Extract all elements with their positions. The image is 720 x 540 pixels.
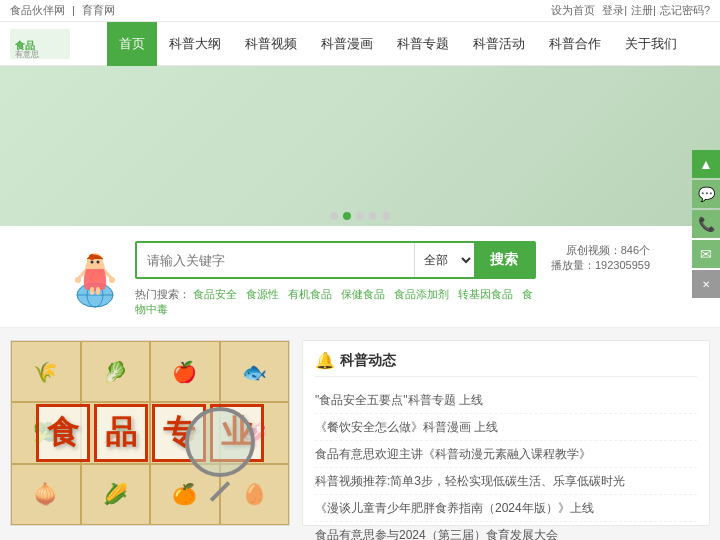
search-input-row: 全部 视频 漫画 文章 搜索 bbox=[135, 241, 536, 279]
stats-videos: 原创视频：846个 bbox=[551, 243, 650, 258]
svg-point-15 bbox=[109, 277, 115, 283]
news-item-5[interactable]: 《漫谈儿童青少年肥胖食养指南（2024年版）》上线 bbox=[315, 495, 697, 522]
content-left-banner: 🌾 🥬 🍎 🐟 🥦 🥕 🍞 🥩 🧅 🌽 🍊 🥚 食 品 专 业 bbox=[10, 340, 290, 526]
nav-activity[interactable]: 科普活动 bbox=[461, 22, 537, 66]
svg-point-11 bbox=[97, 261, 100, 264]
hot-item-gmo[interactable]: 转基因食品 bbox=[458, 288, 513, 300]
stats-views: 播放量：192305959 bbox=[551, 258, 650, 273]
svg-rect-17 bbox=[96, 287, 100, 295]
news-header: 🔔 科普动态 bbox=[315, 351, 697, 377]
food-promo-image: 🌾 🥬 🍎 🐟 🥦 🥕 🍞 🥩 🧅 🌽 🍊 🥚 食 品 专 业 bbox=[11, 341, 289, 525]
float-close-btn[interactable]: ✕ bbox=[692, 270, 720, 298]
float-phone-btn[interactable]: 📞 bbox=[692, 210, 720, 238]
slider-dot-5[interactable] bbox=[382, 212, 390, 220]
float-sidebar: ▲ 💬 📞 ✉ ✕ bbox=[692, 150, 720, 298]
news-item-6[interactable]: 食品有意思参与2024（第三届）食育发展大会 bbox=[315, 522, 697, 540]
header: 食品 有意思 首页 科普大纲 科普视频 科普漫画 科普专题 科普活动 科普合作 … bbox=[0, 22, 720, 66]
slider-dot-1[interactable] bbox=[330, 212, 338, 220]
food-cell: 🌾 bbox=[11, 341, 81, 402]
nav-home[interactable]: 首页 bbox=[107, 22, 157, 66]
food-cell: 🧅 bbox=[11, 464, 81, 525]
svg-rect-16 bbox=[90, 287, 94, 295]
hot-search-label: 热门搜索： bbox=[135, 288, 190, 300]
search-mascot bbox=[70, 249, 120, 309]
magnify-glass-circle bbox=[185, 407, 255, 477]
hot-search: 热门搜索： 食品安全 食源性 有机食品 保健食品 食品添加剂 转基因食品 食物中… bbox=[135, 287, 536, 317]
news-section: 🔔 科普动态 "食品安全五要点"科普专题 上线 《餐饮安全怎么做》科普漫画 上线… bbox=[302, 340, 710, 526]
login-link[interactable]: 登录 bbox=[602, 4, 624, 16]
topbar: 食品伙伴网 | 育育网 设为首页 登录|注册|忘记密码? bbox=[0, 0, 720, 22]
search-container: 全部 视频 漫画 文章 搜索 热门搜索： 食品安全 食源性 有机食品 保健食品 … bbox=[70, 241, 650, 317]
topbar-left: 食品伙伴网 | 育育网 bbox=[10, 3, 119, 18]
slider-dot-4[interactable] bbox=[369, 212, 377, 220]
nav-comic[interactable]: 科普漫画 bbox=[309, 22, 385, 66]
set-homepage[interactable]: 设为首页 bbox=[551, 4, 595, 16]
hot-item-health-food[interactable]: 保健食品 bbox=[341, 288, 385, 300]
register-link[interactable]: 注册 bbox=[631, 4, 653, 16]
nav-cooperation[interactable]: 科普合作 bbox=[537, 22, 613, 66]
news-item-1[interactable]: "食品安全五要点"科普专题 上线 bbox=[315, 387, 697, 414]
search-stats: 原创视频：846个 播放量：192305959 bbox=[551, 241, 650, 273]
float-up-btn[interactable]: ▲ bbox=[692, 150, 720, 178]
slider-dot-2[interactable] bbox=[343, 212, 351, 220]
food-cell: 🌽 bbox=[81, 464, 151, 525]
search-section: 全部 视频 漫画 文章 搜索 热门搜索： 食品安全 食源性 有机食品 保健食品 … bbox=[0, 226, 720, 328]
topbar-right: 设为首页 登录|注册|忘记密码? bbox=[551, 3, 710, 18]
nav-video[interactable]: 科普视频 bbox=[233, 22, 309, 66]
slider-image bbox=[0, 66, 720, 226]
nav-outline[interactable]: 科普大纲 bbox=[157, 22, 233, 66]
food-cell: 🐟 bbox=[220, 341, 290, 402]
food-cell: 🥬 bbox=[81, 341, 151, 402]
news-item-3[interactable]: 食品有意思欢迎主讲《科普动漫元素融入课程教学》 bbox=[315, 441, 697, 468]
topbar-link-food[interactable]: 食品伙伴网 bbox=[10, 4, 65, 16]
content-area: 🌾 🥬 🍎 🐟 🥦 🥕 🍞 🥩 🧅 🌽 🍊 🥚 食 品 专 业 bbox=[0, 328, 720, 538]
nav-about[interactable]: 关于我们 bbox=[613, 22, 689, 66]
svg-text:有意思: 有意思 bbox=[15, 50, 39, 59]
search-form: 全部 视频 漫画 文章 搜索 热门搜索： 食品安全 食源性 有机食品 保健食品 … bbox=[135, 241, 536, 317]
hot-item-organic[interactable]: 有机食品 bbox=[288, 288, 332, 300]
svg-point-9 bbox=[89, 254, 95, 260]
hot-item-food-safety[interactable]: 食品安全 bbox=[193, 288, 237, 300]
news-title: 科普动态 bbox=[340, 352, 396, 370]
news-icon: 🔔 bbox=[315, 351, 335, 370]
float-chat-btn[interactable]: 💬 bbox=[692, 180, 720, 208]
food-cell: 🍎 bbox=[150, 341, 220, 402]
topbar-link-edu[interactable]: 育育网 bbox=[82, 4, 115, 16]
news-list: "食品安全五要点"科普专题 上线 《餐饮安全怎么做》科普漫画 上线 食品有意思欢… bbox=[315, 387, 697, 540]
svg-point-10 bbox=[91, 261, 94, 264]
slider-dot-3[interactable] bbox=[356, 212, 364, 220]
forgot-password-link[interactable]: 忘记密码? bbox=[660, 4, 710, 16]
search-input[interactable] bbox=[137, 243, 414, 277]
food-char-2: 品 bbox=[94, 404, 148, 462]
search-button[interactable]: 搜索 bbox=[474, 243, 534, 277]
svg-point-14 bbox=[75, 277, 81, 283]
slider-dots bbox=[0, 212, 720, 220]
nav-special[interactable]: 科普专题 bbox=[385, 22, 461, 66]
food-char-1: 食 bbox=[36, 404, 90, 462]
news-item-4[interactable]: 科普视频推荐:简单3步，轻松实现低碳生活、乐享低碳时光 bbox=[315, 468, 697, 495]
news-item-2[interactable]: 《餐饮安全怎么做》科普漫画 上线 bbox=[315, 414, 697, 441]
hot-item-additives[interactable]: 食品添加剂 bbox=[394, 288, 449, 300]
slider bbox=[0, 66, 720, 226]
float-mail-btn[interactable]: ✉ bbox=[692, 240, 720, 268]
hot-item-food-source[interactable]: 食源性 bbox=[246, 288, 279, 300]
logo: 食品 有意思 bbox=[10, 29, 70, 59]
search-category-select[interactable]: 全部 视频 漫画 文章 bbox=[414, 243, 474, 277]
nav: 首页 科普大纲 科普视频 科普漫画 科普专题 科普活动 科普合作 关于我们 bbox=[85, 22, 710, 66]
